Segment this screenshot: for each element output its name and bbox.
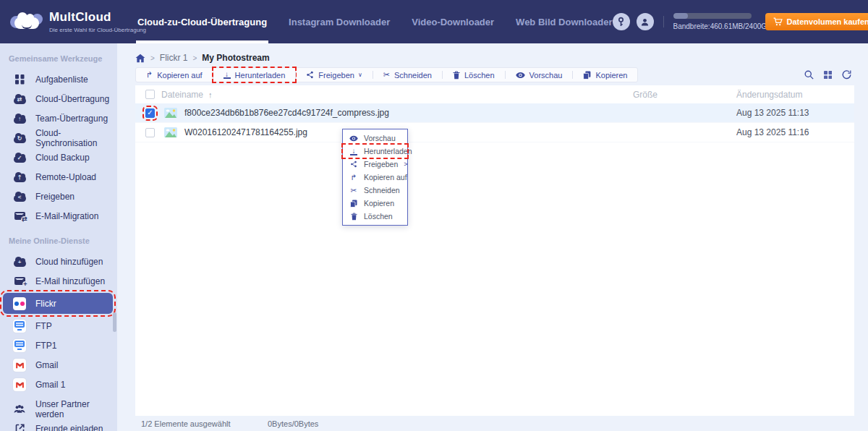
eye-icon: [349, 135, 358, 142]
add-mail-icon: +: [13, 277, 26, 285]
sidebar-item-gmail[interactable]: Gmail: [0, 355, 117, 375]
select-all-checkbox[interactable]: [145, 90, 155, 99]
context-menu-share[interactable]: Freigeben >: [343, 158, 407, 171]
delete-button[interactable]: Löschen: [443, 68, 505, 82]
download-icon: ↓: [350, 148, 357, 155]
grid-view-icon[interactable]: [824, 71, 832, 79]
preview-button[interactable]: Vorschau: [506, 68, 573, 82]
app-header: MultCloud Die erste Wahl für Cloud-Übert…: [0, 0, 868, 43]
sidebar-item-cloud-sync[interactable]: ↻ Cloud-Synchronisation: [0, 128, 117, 148]
sidebar-item-task-list[interactable]: Aufgabenliste: [0, 69, 117, 89]
account-button[interactable]: [637, 13, 654, 30]
cut-icon: ✂: [349, 186, 358, 195]
table-row[interactable]: ✓ f800ce234db6b1b876ee27cd4c91724f_compr…: [135, 103, 854, 123]
share-icon: [306, 71, 314, 79]
sidebar-item-add-email[interactable]: + E-Mail hinzufügen: [0, 271, 117, 291]
key-button[interactable]: [613, 13, 630, 30]
file-modified-date: Aug 13 2025 11:16: [736, 127, 854, 137]
bandwidth-bar: [673, 13, 752, 19]
row-checkbox[interactable]: ✓: [145, 108, 155, 118]
sidebar-item-become-partner[interactable]: Unser Partner werden: [0, 399, 117, 419]
nav-tab-instagram-downloader[interactable]: Instagram Downloader: [289, 0, 390, 43]
multcloud-logo[interactable]: MultCloud Die erste Wahl für Cloud-Übert…: [10, 10, 129, 33]
sidebar-item-invite-friends[interactable]: Freunde einladen: [0, 419, 117, 431]
home-icon[interactable]: [135, 54, 145, 63]
sidebar-item-gmail1[interactable]: Gmail 1: [0, 375, 117, 394]
multcloud-cloud-icon: [10, 10, 43, 33]
add-cloud-icon: +: [13, 257, 26, 267]
sidebar-section-common-tools: Gemeinsame Werkzeuge: [0, 43, 117, 69]
copy-to-icon: ↱: [146, 70, 153, 80]
column-header-filename[interactable]: Dateiname↑: [161, 90, 633, 100]
table-row[interactable]: W020161202471781164255.jpg Aug 13 2025 1…: [135, 123, 854, 142]
cut-button[interactable]: ✂ Schneiden: [373, 68, 442, 82]
mail-migration-icon: ⇄: [13, 212, 26, 220]
sidebar-item-ftp1[interactable]: FTP1: [0, 336, 117, 355]
cloud-backup-icon: ✓: [13, 153, 26, 163]
eye-icon: [516, 72, 525, 79]
cloud-share-icon: <: [13, 192, 26, 202]
cloud-sync-icon: ↻: [13, 133, 26, 143]
download-button[interactable]: ↓ Herunterladen: [213, 68, 296, 82]
share-icon: [350, 161, 357, 168]
file-list-panel: Dateiname↑ Größe Änderungsdatum ✓ f800ce…: [135, 85, 854, 416]
sidebar-item-remote-upload[interactable]: ⇡ Remote-Upload: [0, 167, 117, 187]
header-divider: [663, 16, 664, 27]
sidebar-item-team-transfer[interactable]: ↑ Team-Übertragung: [0, 108, 117, 128]
buy-data-button[interactable]: Datenvolumen kaufen: [765, 13, 868, 30]
sidebar-item-cloud-transfer[interactable]: ⇄ Cloud-Übertragung: [0, 89, 117, 108]
context-menu-copy-to[interactable]: ↱ Kopieren auf: [343, 171, 407, 184]
submenu-arrow-icon: >: [404, 161, 407, 168]
file-toolbar: ↱ Kopieren auf ↓ Herunterladen Freigeben…: [135, 67, 638, 82]
copy-to-button[interactable]: ↱ Kopieren auf: [136, 68, 213, 82]
copy-icon: [583, 71, 591, 80]
breadcrumb: > Flickr 1 > My Photostream: [135, 53, 270, 63]
trash-icon: [453, 71, 460, 80]
search-icon[interactable]: [804, 69, 814, 80]
column-header-modified[interactable]: Änderungsdatum: [736, 90, 854, 100]
image-thumbnail-icon: [164, 108, 177, 118]
remote-upload-icon: ⇡: [13, 172, 26, 182]
chevron-down-icon: ∨: [358, 72, 362, 78]
sidebar-item-email-migration[interactable]: ⇄ E-Mail-Migration: [0, 206, 117, 226]
breadcrumb-flickr1[interactable]: Flickr 1: [160, 53, 188, 63]
row-checkbox[interactable]: [145, 128, 155, 137]
sidebar-item-ftp[interactable]: FTP: [0, 316, 117, 336]
column-header-size[interactable]: Größe: [633, 90, 736, 100]
sidebar: Gemeinsame Werkzeuge Aufgabenliste ⇄ Clo…: [0, 43, 117, 431]
refresh-icon[interactable]: [841, 69, 852, 80]
sidebar-scrollbar[interactable]: [113, 312, 116, 332]
share-button[interactable]: Freigeben ∨: [296, 68, 372, 82]
selection-count-text: 1/2 Elemente ausgewählt: [141, 419, 268, 428]
sort-ascending-icon: ↑: [208, 90, 213, 99]
sidebar-item-flickr[interactable]: Flickr: [3, 293, 113, 314]
context-menu-delete[interactable]: Löschen: [343, 210, 407, 223]
view-controls: [804, 69, 852, 80]
bandwidth-text: Bandbreite:460.61MB/2400GB: [673, 22, 754, 30]
bytes-text: 0Bytes/0Bytes: [268, 419, 318, 428]
cart-icon: [773, 17, 783, 26]
context-menu-download[interactable]: ↓ Herunterladen: [343, 145, 407, 158]
sidebar-item-share[interactable]: < Freigeben: [0, 187, 117, 206]
logo-title: MultCloud: [49, 10, 146, 25]
nav-tab-video-downloader[interactable]: Video-Downloader: [412, 0, 494, 43]
context-menu-cut[interactable]: ✂ Schneiden: [343, 184, 407, 197]
copy-button[interactable]: Kopieren: [573, 68, 637, 82]
file-name[interactable]: W020161202471781164255.jpg: [184, 127, 633, 137]
file-name[interactable]: f800ce234db6b1b876ee27cd4c91724f_compres…: [184, 108, 633, 118]
main-nav: Cloud-zu-Cloud-Übertragung Instagram Dow…: [137, 0, 613, 43]
nav-tab-cloud-to-cloud[interactable]: Cloud-zu-Cloud-Übertragung: [137, 0, 267, 43]
sidebar-item-cloud-backup[interactable]: ✓ Cloud Backup: [0, 148, 117, 167]
sidebar-item-add-cloud[interactable]: + Cloud hinzufügen: [0, 252, 117, 271]
gmail-icon: [13, 378, 26, 391]
breadcrumb-separator: >: [193, 54, 197, 62]
main-content: > Flickr 1 > My Photostream ↱ Kopieren a…: [117, 43, 868, 431]
context-menu-preview[interactable]: Vorschau: [343, 132, 407, 145]
context-menu-copy[interactable]: Kopieren: [343, 197, 407, 210]
gmail-icon: [13, 359, 26, 372]
bandwidth-indicator: Bandbreite:460.61MB/2400GB: [673, 13, 754, 30]
nav-tab-web-image-downloader[interactable]: Web Bild Downloader: [516, 0, 612, 43]
logo-tagline: Die erste Wahl für Cloud-Übertragung: [49, 27, 146, 33]
image-thumbnail-icon: [164, 127, 177, 137]
copy-to-icon: ↱: [349, 173, 358, 182]
